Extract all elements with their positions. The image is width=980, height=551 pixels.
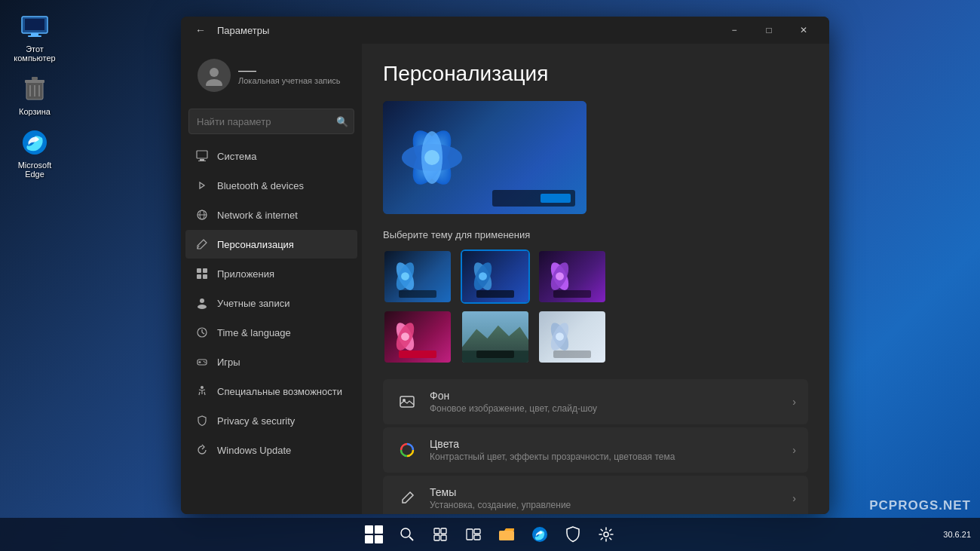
themes-desc: Установка, создание, управление	[430, 500, 792, 510]
sidebar-item-network-label: Network & internet	[217, 210, 298, 221]
apps-icon	[194, 266, 210, 281]
edge-icon[interactable]: Microsoft Edge	[8, 124, 62, 182]
sidebar-item-accounts[interactable]: Учетные записи	[185, 289, 357, 317]
taskbar-explorer[interactable]	[493, 521, 520, 548]
theme-card-2[interactable]	[461, 249, 530, 304]
themes-chevron: ›	[792, 492, 796, 504]
svg-rect-3	[28, 35, 41, 37]
sidebar-item-apps-label: Приложения	[217, 268, 274, 280]
clock-icon	[194, 325, 210, 340]
sidebar-item-personalization[interactable]: Персонализация	[185, 230, 357, 259]
taskbar: 30.6.21	[0, 518, 980, 551]
close-button[interactable]: ✕	[787, 18, 820, 42]
colors-title: Цвета	[430, 438, 792, 450]
background-title: Фон	[430, 390, 792, 402]
theme-card-4[interactable]	[383, 310, 452, 364]
svg-line-27	[202, 332, 204, 334]
svg-point-32	[204, 362, 206, 363]
colors-item[interactable]: Цвета Контрастный цвет, эффекты прозрачн…	[383, 427, 808, 473]
svg-rect-65	[434, 535, 439, 540]
brush-icon	[194, 237, 210, 252]
colors-text: Цвета Контрастный цвет, эффекты прозрачн…	[430, 438, 792, 462]
window-controls: − □ ✕	[718, 18, 820, 42]
search-box[interactable]: 🔍	[188, 109, 354, 134]
taskbar-widgets[interactable]	[460, 521, 487, 548]
taskbar-date: 30.6.21	[943, 530, 971, 539]
sidebar-item-time[interactable]: Time & language	[185, 318, 357, 347]
settings-list: Фон Фоновое изображение, цвет, слайд-шоу…	[383, 379, 808, 514]
this-pc-label: Этот компьютер	[11, 44, 58, 63]
svg-rect-15	[198, 161, 206, 161]
watermark: PCPROGS.NET	[869, 498, 971, 513]
taskbar-edge[interactable]	[526, 521, 553, 548]
sidebar-item-personalization-label: Персонализация	[217, 239, 294, 250]
start-button[interactable]	[360, 521, 387, 548]
settings-body: —— Локальная учетная запись 🔍 Система	[181, 44, 829, 514]
user-name: ——	[238, 66, 341, 76]
theme-card-1[interactable]	[383, 249, 452, 304]
svg-rect-1	[25, 19, 44, 30]
user-type: Локальная учетная запись	[238, 76, 341, 85]
background-chevron: ›	[792, 396, 796, 408]
theme-selector-label: Выберите тему для применения	[383, 229, 808, 240]
themes-title: Темы	[430, 486, 792, 498]
svg-rect-22	[203, 274, 207, 279]
sidebar-item-windows-update[interactable]: Windows Update	[185, 436, 357, 464]
svg-point-23	[200, 298, 204, 303]
sidebar-item-system[interactable]: Система	[185, 142, 357, 170]
this-pc-icon[interactable]: Этот компьютер	[8, 8, 62, 66]
taskbar-shield[interactable]	[559, 521, 586, 548]
title-bar: ← Параметры − □ ✕	[181, 17, 829, 44]
privacy-icon	[194, 413, 210, 428]
trash-label: Корзина	[19, 107, 51, 116]
svg-rect-21	[197, 274, 201, 279]
accessibility-icon	[194, 384, 210, 399]
theme-card-6[interactable]	[537, 310, 607, 364]
svg-rect-5	[25, 80, 44, 83]
search-icon: 🔍	[336, 116, 348, 127]
svg-point-57	[556, 332, 564, 341]
bluetooth-icon	[194, 178, 210, 193]
sidebar-item-privacy[interactable]: Privacy & security	[185, 406, 357, 435]
svg-rect-2	[31, 33, 38, 35]
back-button[interactable]: ←	[190, 20, 211, 41]
network-icon	[194, 207, 210, 222]
search-input[interactable]	[188, 109, 354, 134]
svg-rect-58	[400, 396, 414, 407]
sidebar-item-accessibility[interactable]: Специальные возможности	[185, 377, 357, 406]
avatar	[198, 59, 231, 92]
svg-point-33	[201, 386, 204, 389]
svg-rect-20	[203, 268, 207, 273]
svg-rect-69	[474, 535, 480, 540]
sidebar-item-games-label: Игры	[217, 357, 240, 368]
person-icon	[194, 295, 210, 311]
svg-point-61	[401, 528, 410, 537]
trash-icon-desktop[interactable]: Корзина	[8, 70, 62, 120]
svg-point-24	[198, 305, 207, 309]
sidebar-item-apps[interactable]: Приложения	[185, 259, 357, 288]
themes-text: Темы Установка, создание, управление	[430, 486, 792, 510]
themes-item[interactable]: Темы Установка, создание, управление ›	[383, 476, 808, 514]
sidebar-item-bluetooth[interactable]: Bluetooth & devices	[185, 171, 357, 200]
svg-point-12	[206, 79, 222, 86]
taskbar-search[interactable]	[394, 521, 421, 548]
update-icon	[194, 442, 210, 458]
background-item[interactable]: Фон Фоновое изображение, цвет, слайд-шоу…	[383, 379, 808, 424]
window-title: Параметры	[217, 25, 718, 36]
minimize-button[interactable]: −	[718, 18, 751, 42]
svg-point-39	[424, 150, 439, 165]
taskbar-taskview[interactable]	[427, 521, 454, 548]
sidebar-item-network[interactable]: Network & internet	[185, 201, 357, 229]
background-desc: Фоновое изображение, цвет, слайд-шоу	[430, 403, 792, 414]
svg-point-42	[401, 272, 409, 280]
theme-card-5[interactable]	[461, 310, 530, 364]
user-profile[interactable]: —— Локальная учетная запись	[185, 50, 357, 104]
svg-rect-70	[499, 531, 514, 540]
theme-card-3[interactable]	[537, 249, 607, 304]
svg-point-51	[401, 332, 409, 341]
sidebar-item-games[interactable]: Игры	[185, 347, 357, 376]
svg-point-31	[204, 361, 205, 363]
taskbar-settings[interactable]	[593, 521, 620, 548]
taskbar-time: 30.6.21	[943, 530, 971, 539]
maximize-button[interactable]: □	[752, 18, 786, 42]
